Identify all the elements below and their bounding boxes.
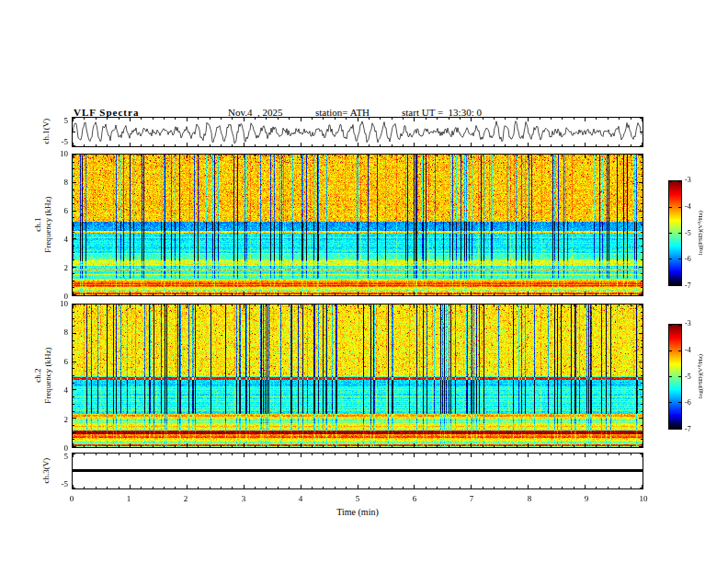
tick-mark: [574, 445, 574, 447]
tick-mark: [164, 445, 165, 447]
tick-mark: [574, 454, 574, 455]
tick-mark: [380, 293, 381, 295]
tick-mark: [107, 155, 108, 156]
tick-mark: [255, 304, 256, 306]
tick-mark: [449, 155, 449, 156]
tick-label: 0: [63, 494, 81, 503]
tick-mark: [73, 312, 74, 313]
tick-mark: [414, 304, 415, 308]
tick-mark: [358, 454, 358, 457]
tick-mark: [164, 304, 165, 306]
tick-mark: [107, 454, 108, 455]
tick-mark: [426, 487, 427, 488]
tick-mark: [641, 246, 643, 247]
tick-mark: [369, 144, 370, 146]
tick-mark: [528, 292, 529, 295]
tick-mark: [73, 411, 74, 412]
tick-mark: [437, 487, 438, 488]
tick-mark: [119, 487, 119, 488]
tick-mark: [244, 304, 245, 308]
tick-mark: [483, 144, 483, 146]
tick-label: 5: [348, 494, 367, 503]
tick-mark: [198, 144, 199, 146]
tick-mark: [540, 445, 540, 447]
tick-mark: [96, 155, 97, 156]
tick-mark: [471, 155, 472, 158]
tick-mark: [73, 375, 74, 376]
tick-mark: [619, 293, 620, 295]
tick-mark: [596, 155, 597, 156]
tick-mark: [483, 487, 483, 488]
tick-mark: [608, 454, 609, 455]
tick-mark: [73, 294, 76, 295]
tick-mark: [289, 487, 290, 488]
tick-mark: [608, 155, 609, 156]
tick-mark: [619, 487, 620, 488]
tick-mark: [153, 155, 154, 156]
tick-mark: [437, 445, 438, 447]
tick-mark: [380, 155, 381, 156]
tick-mark: [494, 445, 495, 447]
tick-mark: [449, 487, 449, 488]
tick-mark: [255, 454, 256, 455]
tick-mark: [574, 293, 574, 295]
tick-mark: [210, 445, 210, 447]
tick-mark: [639, 211, 643, 212]
tick-mark: [414, 143, 415, 146]
tick-mark: [641, 281, 643, 282]
tick-mark: [678, 376, 681, 377]
tick-mark: [669, 350, 672, 351]
tick-mark: [551, 144, 552, 146]
tick-mark: [483, 445, 483, 447]
tick-mark: [244, 292, 245, 295]
tick-mark: [641, 312, 643, 313]
tick-mark: [289, 144, 290, 146]
tick-mark: [335, 293, 336, 295]
tick-mark: [505, 144, 506, 146]
tick-mark: [323, 445, 324, 447]
tick-mark: [471, 118, 472, 121]
tick-mark: [164, 487, 165, 488]
tick-mark: [187, 118, 188, 121]
tick-mark: [517, 304, 518, 306]
tick-label: 3: [234, 494, 253, 503]
tick-mark: [640, 145, 643, 146]
tick-label: -4: [685, 202, 705, 212]
tick-mark: [73, 471, 75, 472]
tick-mark: [608, 144, 609, 146]
tick-mark: [641, 259, 643, 260]
tick-mark: [641, 190, 643, 190]
tick-mark: [414, 443, 415, 447]
tick-mark: [639, 362, 643, 362]
tick-mark: [678, 350, 681, 351]
tick-mark: [266, 144, 267, 146]
tick-mark: [141, 454, 142, 455]
tick-mark: [641, 287, 643, 288]
tick-mark: [414, 454, 415, 457]
tick-mark: [460, 487, 461, 488]
tick-mark: [380, 445, 381, 447]
tick-mark: [426, 454, 427, 455]
tick-mark: [641, 252, 643, 253]
tick-mark: [528, 454, 529, 457]
tick-mark: [437, 155, 438, 156]
tick-mark: [449, 144, 449, 146]
tick-mark: [130, 443, 131, 447]
tick-mark: [244, 143, 245, 146]
tick-mark: [278, 487, 279, 488]
tick-mark: [73, 217, 74, 218]
tick-mark: [551, 445, 552, 447]
tick-mark: [73, 340, 74, 341]
tick-mark: [198, 445, 199, 447]
tick-mark: [73, 168, 74, 169]
tick-label: 4: [40, 235, 68, 244]
tick-mark: [619, 155, 620, 156]
tick-label: 6: [40, 357, 68, 366]
tick-mark: [426, 118, 427, 120]
tick-mark: [596, 293, 597, 295]
tick-mark: [392, 487, 392, 488]
tick-mark: [641, 432, 643, 433]
tick-mark: [678, 402, 681, 403]
tick-mark: [141, 144, 142, 146]
tick-mark: [210, 155, 210, 156]
